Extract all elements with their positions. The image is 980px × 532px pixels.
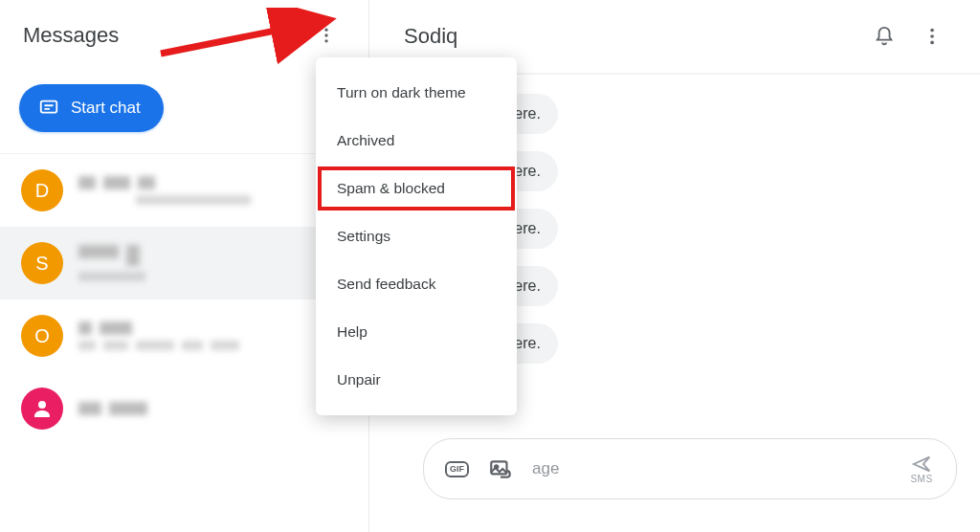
- menu-item-dark-theme[interactable]: Turn on dark theme: [316, 69, 517, 117]
- avatar: [21, 388, 63, 430]
- svg-point-5: [930, 29, 934, 33]
- conversation-preview: [78, 321, 306, 350]
- conversation-item[interactable]: S 8/31: [0, 227, 368, 299]
- svg-point-0: [324, 29, 327, 32]
- sidebar: Messages Start chat D 8/31: [0, 0, 369, 532]
- thread-actions: [863, 15, 953, 57]
- overflow-menu: Turn on dark theme Archived Spam & block…: [316, 57, 517, 415]
- send-icon: [908, 454, 935, 475]
- start-chat-button[interactable]: Start chat: [19, 84, 164, 132]
- svg-point-7: [930, 41, 934, 45]
- conversation-preview: [78, 176, 306, 205]
- svg-point-4: [38, 401, 46, 409]
- avatar: D: [21, 169, 63, 211]
- svg-point-2: [324, 39, 327, 42]
- start-chat-row: Start chat: [0, 71, 368, 154]
- more-vert-icon[interactable]: [911, 15, 953, 57]
- sidebar-header: Messages: [0, 0, 368, 71]
- send-button[interactable]: SMS: [908, 454, 935, 484]
- start-chat-label: Start chat: [71, 99, 141, 118]
- attach-image-icon[interactable]: [486, 454, 515, 483]
- conversation-preview: [78, 245, 306, 281]
- svg-point-6: [930, 34, 934, 38]
- svg-rect-3: [41, 101, 57, 113]
- menu-item-archived[interactable]: Archived: [316, 117, 517, 165]
- gif-icon[interactable]: GIF: [445, 461, 469, 477]
- menu-item-help[interactable]: Help: [316, 308, 517, 356]
- menu-item-send-feedback[interactable]: Send feedback: [316, 260, 517, 308]
- contact-name: Sodiq: [404, 24, 863, 49]
- conversation-preview: [78, 402, 306, 415]
- chat-icon: [38, 98, 59, 119]
- conversation-item[interactable]: D 8/31: [0, 154, 368, 227]
- menu-item-spam-blocked[interactable]: Spam & blocked: [316, 165, 517, 212]
- thread-date-separator: /21: [484, 381, 951, 396]
- composer[interactable]: GIF age SMS: [423, 438, 957, 499]
- menu-item-settings[interactable]: Settings: [316, 212, 517, 260]
- more-vert-icon[interactable]: [307, 16, 345, 55]
- notifications-icon[interactable]: [863, 15, 905, 57]
- menu-item-unpair[interactable]: Unpair: [316, 356, 517, 404]
- avatar: O: [21, 315, 63, 357]
- svg-point-1: [324, 33, 327, 36]
- conversation-item[interactable]: 8/22: [0, 372, 368, 445]
- composer-placeholder: age: [532, 459, 891, 478]
- conversation-list: D 8/31 S 8/31 O: [0, 154, 368, 532]
- sidebar-title: Messages: [23, 23, 307, 48]
- avatar: S: [21, 242, 63, 284]
- person-icon: [31, 397, 54, 420]
- conversation-item[interactable]: O 8/22: [0, 299, 368, 372]
- composer-row: GIF age SMS: [369, 419, 980, 532]
